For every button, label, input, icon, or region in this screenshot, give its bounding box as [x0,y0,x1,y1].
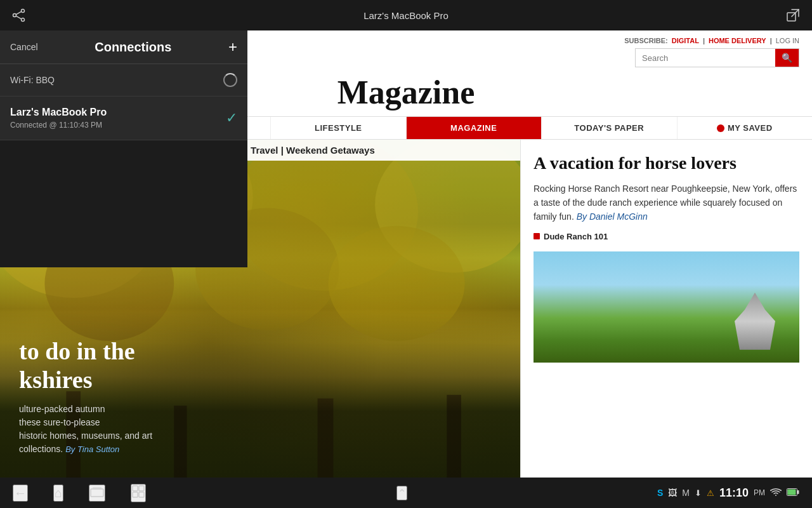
subscribe-label: SUBSCRIBE: [624,37,667,44]
side-link-label: Dude Ranch 101 [544,232,608,241]
download-icon: ⬇ [695,488,702,498]
svg-rect-24 [788,489,796,495]
back-button[interactable]: ← [13,485,28,502]
connections-add-button[interactable]: + [228,39,237,55]
connections-header: Cancel Connections + [0,30,247,64]
wifi-spinner-icon [223,73,237,87]
hero-overlay: to do in thekshires ulture-packed autumn… [0,312,520,478]
time-ampm: PM [754,488,765,497]
tab-todays-paper[interactable]: TODAY'S PAPER [542,117,678,139]
svg-point-0 [22,10,25,13]
gallery-icon: 🖼 [668,488,677,498]
tab-my-saved[interactable]: MY SAVED [678,117,813,139]
bottom-bar: ← ⌂ ⌃ S 🖼 M ⬇ ⚠ 11:10 PM [0,478,812,508]
separator-2: | [770,37,772,44]
time-display: 11:10 [719,486,749,500]
hero-byline: By Tina Sutton [65,444,119,454]
separator-1: | [703,37,705,44]
home-button[interactable]: ⌂ [53,485,63,502]
svg-point-1 [13,14,16,17]
svg-point-2 [22,18,25,22]
home-delivery-link[interactable]: HOME DELIVERY [709,37,766,44]
svg-rect-22 [139,492,144,497]
side-article-body: Rocking Horse Ranch Resort near Poughkee… [534,182,799,224]
system-bar-left [8,4,30,27]
grid-button[interactable] [131,484,146,502]
side-article-title: A vacation for horse lovers [534,152,799,174]
digital-link[interactable]: DIGITAL [672,37,699,44]
paper-title: Magazine [337,74,475,111]
hero-headline: to do in thekshires [19,337,501,395]
wifi-label: Wi-Fi: BBQ [10,75,223,85]
wifi-status-icon [770,488,782,498]
search-button[interactable]: 🔍 [775,49,799,67]
svg-line-4 [16,16,21,19]
device-name: Larz's MacBook Pro [10,107,226,118]
wifi-row: Wi-Fi: BBQ [0,64,247,97]
email-icon: M [682,488,690,498]
connections-body-empty [0,140,247,267]
system-bar-title: Larz's MacBook Pro [30,10,782,21]
search-input-wrap: 🔍 [635,48,799,67]
saved-dot-icon [717,124,724,132]
connections-cancel-button[interactable]: Cancel [10,42,38,52]
search-icon: 🔍 [782,53,792,63]
share-icon[interactable] [8,4,30,27]
svg-rect-17 [91,489,103,497]
connections-title: Connections [95,40,171,55]
svg-line-3 [16,11,21,15]
search-input[interactable] [636,49,775,67]
tab-magazine[interactable]: MAGAZINE [407,117,542,139]
bottom-center: ⌃ [396,486,407,500]
battery-icon [787,488,799,498]
device-status: Connected @ 11:10:43 PM [10,121,226,130]
bottom-right: S 🖼 M ⬇ ⚠ 11:10 PM [657,486,799,500]
system-bar-right [782,4,804,27]
recent-apps-button[interactable] [89,485,105,502]
svg-rect-18 [93,487,102,489]
bottom-nav: ← ⌂ [13,484,146,502]
collapse-button[interactable]: ⌃ [396,486,407,500]
tab-my-saved-label: MY SAVED [728,123,773,133]
side-article-image [534,251,799,363]
device-info: Larz's MacBook Pro Connected @ 11:10:43 … [10,107,226,130]
warning-icon: ⚠ [707,488,714,498]
tab-lifestyle[interactable]: LIFESTYLE [271,117,407,139]
login-link[interactable]: LOG IN [776,37,799,44]
side-article-link[interactable]: Dude Ranch 101 [534,232,799,241]
connections-panel: Cancel Connections + Wi-Fi: BBQ Larz's M… [0,30,247,267]
side-panel: A vacation for horse lovers Rocking Hors… [520,140,812,478]
external-link-icon[interactable] [782,4,804,27]
svg-rect-21 [133,492,138,497]
svg-rect-20 [139,486,144,491]
system-bar: Larz's MacBook Pro [0,0,812,30]
side-article-byline: By Daniel McGinn [577,211,648,222]
connected-check-icon: ✓ [226,110,237,126]
svg-rect-25 [797,490,799,494]
device-row[interactable]: Larz's MacBook Pro Connected @ 11:10:43 … [0,97,247,140]
skype-icon: S [657,488,663,498]
hero-subtext: ulture-packed autumnthese sure-to-please… [19,403,501,456]
side-link-dot-icon [534,233,540,239]
svg-rect-19 [133,486,138,491]
